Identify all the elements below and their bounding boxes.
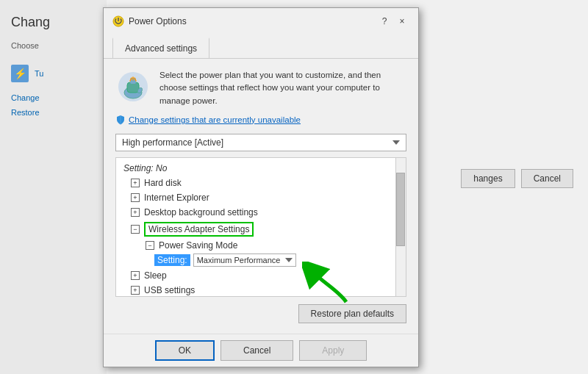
expand-sleep[interactable]: +	[131, 271, 140, 280]
advanced-settings-tab[interactable]: Advanced settings	[112, 37, 209, 58]
apply-button[interactable]: Apply	[299, 340, 367, 361]
info-section: Select the power plan that you want to c…	[115, 69, 406, 107]
sidebar-choose: Choose	[11, 41, 96, 50]
changes-button[interactable]: hanges	[461, 169, 514, 188]
power-saving-label: Power Saving Mode	[159, 240, 237, 251]
plan-dropdown-row: High performance [Active]	[115, 134, 406, 151]
restore-btn-row: Restore plan defaults	[115, 304, 406, 323]
expand-desktop[interactable]: +	[131, 208, 140, 217]
power-options-dialog: Power Options ? × Advanced settings Sele…	[103, 7, 419, 367]
restore-plan-button[interactable]: Restore plan defaults	[298, 304, 406, 323]
expand-ie[interactable]: +	[131, 193, 140, 202]
close-button[interactable]: ×	[395, 14, 409, 29]
power-icon: ⚡	[11, 65, 29, 82]
dialog-title-text: Power Options	[129, 16, 187, 26]
svg-rect-3	[127, 82, 139, 93]
tab-bar: Advanced settings	[104, 35, 418, 59]
expand-usb[interactable]: +	[131, 286, 140, 295]
dialog-titlebar: Power Options ? ×	[104, 8, 418, 35]
performance-dropdown[interactable]: Maximum Performance	[193, 253, 296, 267]
sleep-item[interactable]: + Sleep	[116, 268, 406, 283]
setting-label: Setting:	[154, 254, 190, 266]
usb-settings-item[interactable]: + USB settings	[116, 283, 406, 296]
expand-wireless[interactable]: −	[131, 225, 140, 234]
shield-icon	[115, 115, 126, 125]
sidebar-title: Chang	[11, 15, 96, 30]
cancel-button[interactable]: Cancel	[220, 340, 293, 361]
ie-label: Internet Explorer	[144, 193, 209, 203]
left-sidebar: Chang Choose ⚡ Tu Change Restore	[0, 0, 107, 374]
hard-disk-item[interactable]: + Hard disk	[116, 176, 406, 190]
dialog-body: Select the power plan that you want to c…	[104, 59, 418, 341]
sleep-label: Sleep	[144, 270, 167, 281]
wireless-label: Wireless Adapter Settings	[144, 222, 254, 237]
wireless-adapter-item[interactable]: − Wireless Adapter Settings	[116, 220, 406, 239]
expand-hard-disk[interactable]: +	[131, 179, 140, 187]
desktop-bg-item[interactable]: + Desktop background settings	[116, 205, 406, 220]
usb-label: USB settings	[144, 285, 195, 295]
settings-list: Setting: No + Hard disk + Internet Explo…	[116, 158, 406, 296]
turn-link[interactable]: Tu	[35, 69, 43, 78]
restore-link[interactable]: Restore	[11, 108, 96, 117]
change-link[interactable]: Change	[11, 93, 96, 102]
scrollbar-thumb[interactable]	[396, 173, 405, 246]
right-buttons: hanges Cancel	[461, 169, 573, 188]
power-saving-mode-item[interactable]: − Power Saving Mode	[116, 239, 406, 252]
titlebar-buttons: ? ×	[377, 14, 409, 29]
setting-header: Setting: No	[116, 161, 406, 176]
info-power-icon	[115, 69, 151, 104]
cancel-right-button[interactable]: Cancel	[521, 169, 573, 188]
dialog-footer: OK Cancel Apply	[104, 334, 418, 367]
help-button[interactable]: ?	[377, 14, 392, 29]
change-settings-link[interactable]: Change settings that are currently unava…	[115, 115, 406, 125]
dialog-title-left: Power Options	[112, 15, 187, 27]
change-settings-text[interactable]: Change settings that are currently unava…	[129, 115, 301, 124]
sidebar-item-turn: ⚡ Tu	[11, 65, 96, 82]
settings-box: Setting: No + Hard disk + Internet Explo…	[115, 157, 406, 297]
setting-dropdown-row: Setting: Maximum Performance	[116, 252, 406, 268]
ok-button[interactable]: OK	[155, 340, 215, 361]
internet-explorer-item[interactable]: + Internet Explorer	[116, 190, 406, 205]
info-text: Select the power plan that you want to c…	[159, 69, 406, 107]
hard-disk-label: Hard disk	[144, 178, 182, 188]
dialog-power-icon	[112, 15, 124, 27]
plan-dropdown[interactable]: High performance [Active]	[115, 134, 406, 151]
desktop-bg-label: Desktop background settings	[144, 207, 258, 217]
expand-power-saving[interactable]: −	[146, 241, 154, 250]
scrollbar-track[interactable]	[395, 158, 406, 296]
